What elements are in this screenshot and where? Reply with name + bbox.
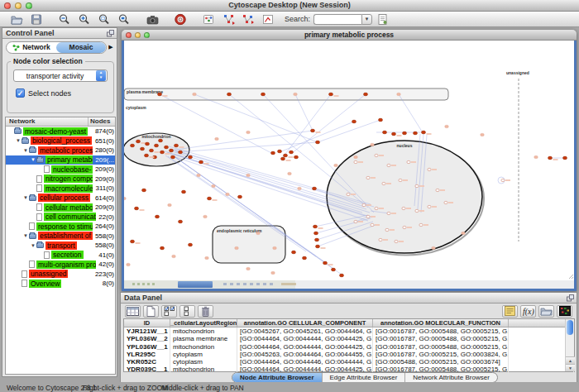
- network-node-outline[interactable]: [382, 182, 385, 184]
- network-node-faint[interactable]: [432, 246, 436, 250]
- tree-row[interactable]: response to stimulu264(0): [6, 222, 115, 232]
- network-node-outline[interactable]: [403, 226, 406, 228]
- zoom-out-button[interactable]: [55, 12, 74, 26]
- network-node-outline[interactable]: [407, 160, 410, 163]
- float-data-panel-icon[interactable]: [567, 294, 574, 302]
- expand-arrow-icon[interactable]: ▼: [15, 138, 22, 143]
- network-node[interactable]: [562, 156, 567, 160]
- network-node[interactable]: [174, 144, 178, 147]
- network-node-outline[interactable]: [399, 179, 402, 181]
- tree-column-nodes[interactable]: Nodes: [89, 117, 115, 126]
- table-scrollbar[interactable]: ▲ ▼: [565, 319, 574, 371]
- column-go-molecular-function[interactable]: annotation.GO MOLECULAR_FUNCTION: [373, 319, 509, 327]
- network-node-faint[interactable]: [197, 174, 201, 177]
- network-node[interactable]: [178, 220, 182, 223]
- network-node[interactable]: [149, 149, 153, 152]
- network-node-faint[interactable]: [371, 143, 375, 146]
- network-node[interactable]: [402, 131, 406, 135]
- expand-arrow-icon[interactable]: ▼: [22, 148, 29, 153]
- network-node[interactable]: [130, 144, 134, 147]
- tree-row[interactable]: secretion41(0): [6, 251, 115, 261]
- annotation-button[interactable]: [258, 12, 278, 26]
- node-color-dropdown[interactable]: transporter activity ▲▼: [13, 69, 108, 82]
- tab-network-attribute-browser[interactable]: Network Attribute Browser: [405, 373, 496, 382]
- network-node[interactable]: [188, 155, 192, 159]
- network-node-outline[interactable]: [415, 209, 419, 212]
- network-node[interactable]: [134, 207, 138, 210]
- network-node-outline[interactable]: [354, 160, 357, 163]
- tree-row[interactable]: ▼metabolic process280(0): [6, 146, 115, 155]
- network-canvas[interactable]: plasma membranecytoplasmendoplasmic reti…: [124, 41, 574, 280]
- tree-row[interactable]: mosaic-demo-yeast874(0): [6, 127, 115, 136]
- network-node[interactable]: [140, 147, 144, 151]
- network-node-faint[interactable]: [246, 267, 251, 270]
- network-node[interactable]: [237, 195, 242, 198]
- network-node[interactable]: [312, 187, 316, 190]
- tab-edge-attribute-browser[interactable]: Edge Attribute Browser: [323, 373, 406, 382]
- network-node[interactable]: [261, 93, 265, 96]
- network-node[interactable]: [181, 190, 185, 194]
- network-node[interactable]: [170, 155, 175, 159]
- network-node-faint[interactable]: [534, 155, 538, 159]
- network-node-faint[interactable]: [193, 93, 197, 96]
- matrix-view-button[interactable]: [557, 305, 572, 318]
- select-all-attributes-button[interactable]: [161, 305, 177, 318]
- network-node-faint[interactable]: [481, 133, 485, 136]
- network-node[interactable]: [136, 140, 140, 143]
- network-node-outline[interactable]: [375, 154, 378, 156]
- network-node[interactable]: [289, 151, 293, 154]
- network-node[interactable]: [160, 246, 164, 250]
- network-node-faint[interactable]: [203, 215, 208, 218]
- import-attributes-button[interactable]: [199, 12, 218, 26]
- network-node-faint[interactable]: [127, 263, 131, 266]
- network-node-outline[interactable]: [415, 184, 419, 187]
- select-nodes-checkbox[interactable]: ✓: [16, 88, 25, 98]
- network-node-outline[interactable]: [371, 223, 374, 226]
- network-node-faint[interactable]: [226, 193, 230, 196]
- network-node[interactable]: [169, 149, 173, 152]
- tree-row[interactable]: unassigned223(0): [6, 270, 115, 280]
- zoom-fit-button[interactable]: [94, 12, 114, 26]
- float-panel-icon[interactable]: [107, 30, 114, 37]
- tab-mosaic[interactable]: Mosaic: [56, 42, 106, 53]
- tree-column-network[interactable]: Network: [6, 117, 89, 126]
- save-session-button[interactable]: [26, 12, 46, 26]
- delete-attribute-button[interactable]: [198, 305, 213, 318]
- network-node-outline[interactable]: [387, 212, 390, 214]
- network-node-outline[interactable]: [379, 238, 382, 241]
- network-node-faint[interactable]: [256, 232, 261, 235]
- network-node-outline[interactable]: [395, 240, 398, 242]
- network-node-outline[interactable]: [428, 168, 431, 170]
- table-scrollbar-thumb[interactable]: [567, 320, 573, 335]
- network-node-outline[interactable]: [501, 179, 505, 181]
- expand-arrow-icon[interactable]: ▼: [22, 233, 29, 238]
- network-node-faint[interactable]: [271, 271, 275, 275]
- network-node[interactable]: [144, 154, 148, 157]
- network-edge[interactable]: [194, 94, 318, 142]
- table-row[interactable]: YPL036W__1mitochondrion[GO:0044464, GO:0…: [124, 343, 574, 351]
- network-node-outline[interactable]: [436, 189, 439, 191]
- layout-spring-button[interactable]: [218, 12, 238, 26]
- background-network-window[interactable]: [124, 280, 574, 289]
- network-node[interactable]: [378, 118, 382, 122]
- network-node[interactable]: [310, 129, 314, 132]
- network-node[interactable]: [313, 225, 317, 228]
- tree-row[interactable]: nucleobase-209(0): [6, 165, 115, 174]
- network-node[interactable]: [302, 256, 306, 260]
- scroll-down-button[interactable]: ▼: [566, 364, 575, 371]
- tree-row[interactable]: cell communicat22(0): [6, 213, 115, 222]
- tab-scroll-right-button[interactable]: ▶: [107, 44, 115, 50]
- network-node[interactable]: [160, 151, 164, 154]
- network-node-faint[interactable]: [246, 131, 251, 134]
- network-edge[interactable]: [175, 142, 318, 152]
- network-node[interactable]: [227, 93, 231, 96]
- network-node[interactable]: [548, 156, 552, 160]
- network-node[interactable]: [199, 160, 203, 164]
- network-node[interactable]: [283, 154, 287, 157]
- region-nucleus[interactable]: [327, 141, 482, 253]
- network-node-faint[interactable]: [215, 137, 219, 141]
- search-dropdown-button[interactable]: ▼: [361, 14, 372, 25]
- network-node-faint[interactable]: [235, 246, 239, 250]
- network-node-outline[interactable]: [354, 220, 357, 222]
- network-node-outline[interactable]: [375, 207, 378, 209]
